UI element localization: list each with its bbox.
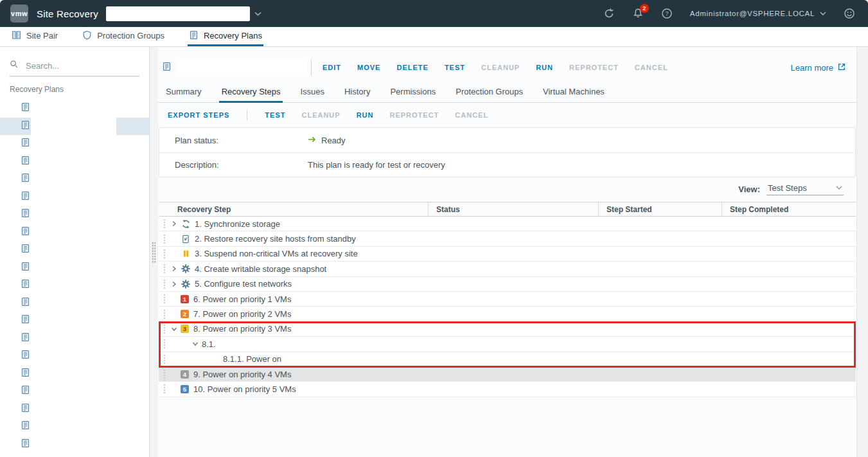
sidebar-item-recovery-plan[interactable] xyxy=(0,276,149,294)
table-row[interactable]: 3. Suspend non-critical VMs at recovery … xyxy=(159,247,856,262)
drag-handle-icon[interactable] xyxy=(163,384,166,394)
sidebar-item-recovery-plan[interactable] xyxy=(0,224,149,242)
expand-chevron-icon[interactable] xyxy=(171,265,181,272)
table-row[interactable]: 27. Power on priority 2 VMs xyxy=(159,307,856,321)
sidebar-item-recovery-plan[interactable] xyxy=(0,382,149,400)
sidebar-item-recovery-plan[interactable] xyxy=(0,188,149,206)
nav-tab-protection-groups[interactable]: Protection Groups xyxy=(81,27,166,46)
site-pair-icon xyxy=(12,30,21,42)
sidebar-item-recovery-plan[interactable] xyxy=(0,347,149,365)
global-search-input[interactable] xyxy=(106,6,250,21)
sidebar-item-recovery-plan[interactable] xyxy=(0,312,149,330)
column-header-status[interactable]: Status xyxy=(428,202,598,216)
status-cell xyxy=(428,367,598,381)
recovery-plan-icon xyxy=(162,62,172,74)
table-row[interactable]: 510. Power on priority 5 VMs xyxy=(159,382,856,397)
status-cell xyxy=(428,247,598,261)
sidebar-item-recovery-plan[interactable] xyxy=(0,400,149,418)
table-row[interactable]: 5. Configure test networks xyxy=(159,277,856,292)
table-row[interactable]: 4. Create writable storage snapshot xyxy=(159,262,856,276)
sidebar-item-recovery-plan[interactable] xyxy=(0,330,149,348)
drag-handle-icon[interactable] xyxy=(163,249,166,259)
drag-handle-icon[interactable] xyxy=(163,354,166,364)
drag-handle-icon[interactable] xyxy=(163,234,166,244)
notifications-icon[interactable]: 2 xyxy=(632,8,644,19)
priority-5-badge-icon: 5 xyxy=(181,385,189,393)
drag-handle-icon[interactable] xyxy=(163,264,166,274)
table-row[interactable]: 16. Power on priority 1 VMs xyxy=(159,292,856,307)
panel-resizer[interactable] xyxy=(150,47,158,457)
sidebar-item-recovery-plan[interactable] xyxy=(0,170,149,188)
column-header-step-started[interactable]: Step Started xyxy=(598,202,722,216)
redacted-plan-name xyxy=(31,118,116,136)
drag-handle-icon[interactable] xyxy=(163,369,166,379)
step-label: 10. Power on priority 5 VMs xyxy=(193,384,296,394)
sidebar-item-recovery-plan[interactable] xyxy=(0,259,149,277)
sidebar-item-recovery-plan[interactable] xyxy=(0,118,149,136)
sidebar-item-recovery-plan[interactable] xyxy=(0,100,149,118)
run-button[interactable]: RUN xyxy=(536,64,553,71)
test-button[interactable]: TEST xyxy=(265,111,285,119)
sidebar-item-recovery-plan[interactable] xyxy=(0,436,149,454)
delete-button[interactable]: DELETE xyxy=(396,64,428,71)
user-menu[interactable]: Administrator@VSPHERE.LOCAL xyxy=(690,10,826,17)
table-row[interactable]: 1. Synchronize storage xyxy=(159,217,856,231)
tab-permissions[interactable]: Permissions xyxy=(387,84,438,103)
tab-recovery-steps[interactable]: Recovery Steps xyxy=(219,84,283,103)
recovery-plan-icon xyxy=(21,102,30,114)
recovery-step-cell: 38. Power on priority 3 VMs xyxy=(159,322,428,336)
table-row[interactable]: 8.1. xyxy=(159,337,856,352)
sidebar-search-input[interactable] xyxy=(24,60,127,71)
feedback-icon[interactable] xyxy=(844,8,855,19)
sidebar-item-recovery-plan[interactable] xyxy=(0,418,149,436)
collapse-chevron-icon[interactable] xyxy=(192,341,202,347)
tab-summary[interactable]: Summary xyxy=(163,84,204,103)
scrollbar-gutter[interactable] xyxy=(856,47,868,457)
tab-virtual-machines[interactable]: Virtual Machines xyxy=(540,84,607,103)
column-header-step-completed[interactable]: Step Completed xyxy=(722,202,856,216)
table-row[interactable]: 49. Power on priority 4 VMs xyxy=(159,367,856,382)
table-row[interactable]: 8.1.1. Power on xyxy=(159,352,856,367)
status-cell xyxy=(428,277,598,291)
export-steps-button[interactable]: EXPORT STEPS xyxy=(168,111,229,119)
nav-tab-recovery-plans[interactable]: Recovery Plans xyxy=(188,27,263,46)
view-dropdown[interactable]: Test Steps xyxy=(766,183,844,195)
learn-more-link[interactable]: Learn more xyxy=(791,62,851,73)
step-label: 8.1.1. Power on xyxy=(223,354,281,364)
sidebar-item-recovery-plan[interactable] xyxy=(0,135,149,153)
sidebar-item-recovery-plan[interactable] xyxy=(0,294,149,312)
run-button[interactable]: RUN xyxy=(357,111,374,119)
recovery-plan-icon xyxy=(21,438,30,451)
nav-tab-label: Recovery Plans xyxy=(204,31,262,40)
sidebar-item-recovery-plan[interactable] xyxy=(0,241,149,259)
expand-chevron-icon[interactable] xyxy=(171,281,181,287)
chevron-down-icon[interactable] xyxy=(254,12,264,16)
recovery-plan-icon xyxy=(21,173,30,185)
expand-chevron-icon[interactable] xyxy=(171,220,181,227)
sidebar-item-recovery-plan[interactable] xyxy=(0,206,149,224)
drag-handle-icon[interactable] xyxy=(163,279,166,289)
drag-handle-icon[interactable] xyxy=(163,219,166,229)
move-button[interactable]: MOVE xyxy=(357,64,380,71)
drag-handle-icon[interactable] xyxy=(163,324,166,334)
vmware-logo[interactable]: vmw xyxy=(10,4,28,22)
test-button[interactable]: TEST xyxy=(445,64,465,71)
sidebar-item-recovery-plan[interactable] xyxy=(0,365,149,383)
table-row[interactable]: 38. Power on priority 3 VMs xyxy=(159,322,856,337)
edit-button[interactable]: EDIT xyxy=(323,64,341,71)
drag-handle-icon[interactable] xyxy=(163,294,166,304)
tab-issues[interactable]: Issues xyxy=(297,84,327,103)
column-header-recovery-step[interactable]: Recovery Step xyxy=(159,202,428,216)
search-icon xyxy=(10,60,19,71)
tab-protection-groups[interactable]: Protection Groups xyxy=(453,84,526,103)
drag-handle-icon[interactable] xyxy=(163,339,166,349)
drag-handle-icon[interactable] xyxy=(163,309,166,319)
suspend-icon xyxy=(181,249,191,258)
tab-history[interactable]: History xyxy=(342,84,373,103)
refresh-icon[interactable] xyxy=(603,8,615,19)
table-row[interactable]: 2. Restore recovery site hosts from stan… xyxy=(159,231,856,246)
sidebar-item-recovery-plan[interactable] xyxy=(0,153,149,171)
collapse-chevron-icon[interactable] xyxy=(171,326,181,332)
nav-tab-site-pair[interactable]: Site Pair xyxy=(10,27,59,46)
help-icon[interactable]: ? xyxy=(661,8,673,19)
